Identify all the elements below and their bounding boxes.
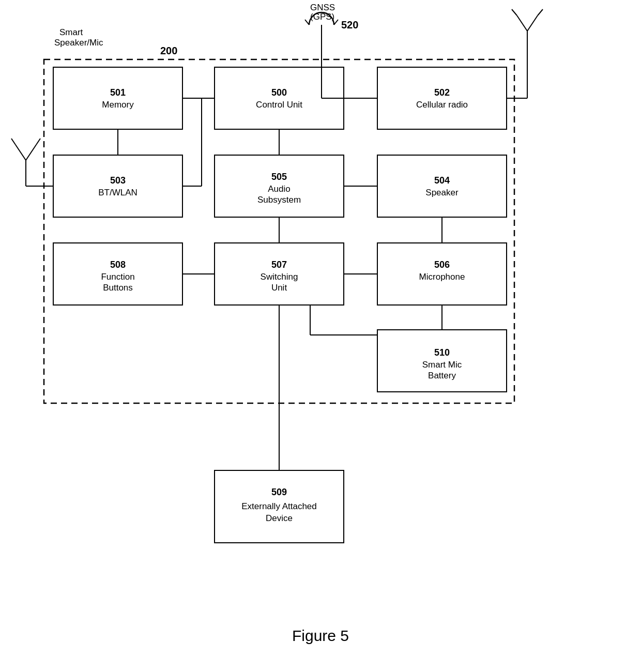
svg-line-2 — [305, 20, 309, 25]
b500-label: Control Unit — [256, 100, 302, 110]
svg-line-11 — [16, 145, 26, 160]
svg-line-12 — [26, 145, 36, 160]
b504-num: 504 — [434, 175, 450, 186]
b502-num: 502 — [434, 87, 450, 98]
b508-num: 508 — [110, 259, 126, 270]
svg-rect-17 — [377, 67, 507, 129]
b505-label1: Audio — [268, 184, 290, 194]
b500-num: 500 — [271, 87, 287, 98]
svg-line-14 — [36, 139, 40, 145]
ref-520-label: 520 — [341, 19, 358, 30]
b506-label: Microphone — [419, 272, 465, 282]
b504-label: Speaker — [425, 188, 459, 197]
smart-speaker-label2: Speaker/Mic — [54, 38, 103, 48]
gnss-label: GNSS — [310, 3, 335, 12]
svg-line-5 — [517, 16, 527, 31]
svg-line-8 — [538, 9, 543, 16]
svg-line-6 — [527, 16, 538, 31]
b506-num: 506 — [434, 259, 450, 270]
smart-speaker-label: Smart — [59, 27, 83, 37]
svg-line-7 — [512, 9, 517, 16]
svg-rect-18 — [53, 155, 182, 217]
b508-label1: Function — [101, 272, 134, 282]
gps-label: (GPS) — [310, 12, 334, 22]
figure-label: Figure 5 — [292, 627, 349, 644]
b503-num: 503 — [110, 175, 126, 186]
svg-rect-20 — [377, 155, 507, 217]
b501-num: 501 — [110, 87, 126, 98]
svg-line-13 — [11, 139, 16, 145]
b507-label1: Switching — [261, 272, 298, 282]
b507-label2: Unit — [271, 283, 287, 293]
diagram-container: Smart Speaker/Mic 200 GNSS (GPS) 520 501… — [0, 0, 641, 672]
b509-label2: Device — [266, 513, 293, 523]
ref-200-label: 200 — [160, 45, 177, 56]
b510-label1: Smart Mic — [422, 360, 462, 370]
b510-num: 510 — [434, 347, 450, 358]
svg-rect-15 — [53, 67, 182, 129]
b505-label2: Subsystem — [257, 195, 301, 205]
b509-num: 509 — [271, 487, 287, 497]
b507-num: 507 — [271, 259, 287, 270]
b502-label: Cellular radio — [416, 100, 468, 110]
b505-num: 505 — [271, 172, 287, 182]
b508-label2: Buttons — [103, 283, 133, 293]
b501-label: Memory — [102, 100, 134, 110]
b509-label1: Externally Attached — [241, 501, 317, 511]
b503-label: BT/WLAN — [98, 188, 138, 197]
b510-label2: Battery — [428, 371, 456, 380]
